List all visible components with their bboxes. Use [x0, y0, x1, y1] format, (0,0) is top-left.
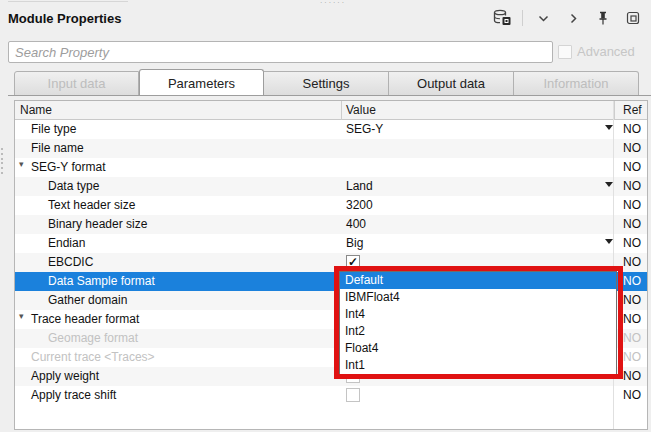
data-sample-format-dropdown: DefaultIBMFloat4Int4Int2Float4Int1 — [339, 271, 617, 375]
chevron-down-icon[interactable] — [533, 9, 553, 27]
ref-value: NO — [623, 293, 641, 307]
property-row-file-type[interactable]: File typeSEG-YNO — [15, 120, 647, 139]
advanced-checkbox — [558, 45, 572, 59]
float-window-icon[interactable] — [623, 9, 643, 27]
ref-value: NO — [623, 331, 641, 345]
property-row-ebcdic[interactable]: EBCDIC✓NO — [15, 253, 647, 272]
property-name: Text header size — [48, 198, 135, 212]
ref-value: NO — [623, 160, 641, 174]
property-row-binary-header-size[interactable]: Binary header size400NO — [15, 215, 647, 234]
property-row-endian[interactable]: EndianBigNO — [15, 234, 647, 253]
database-lock-icon[interactable] — [492, 9, 512, 27]
ref-value: NO — [623, 122, 641, 136]
ref-value: NO — [623, 255, 641, 269]
property-name: Binary header size — [48, 217, 147, 231]
dropdown-item-ibmfloat4[interactable]: IBMFloat4 — [340, 289, 616, 306]
property-name: Data type — [48, 179, 99, 193]
ref-value: NO — [623, 198, 641, 212]
ref-column-separator — [613, 101, 614, 429]
dropdown-item-default[interactable]: Default — [340, 272, 616, 289]
tab-settings[interactable]: Settings — [264, 71, 389, 96]
advanced-checkbox-group: Advanced — [558, 44, 635, 59]
advanced-label: Advanced — [577, 44, 635, 59]
ref-value: NO — [623, 217, 641, 231]
ref-value: NO — [623, 179, 641, 193]
dropdown-arrow-icon[interactable] — [605, 125, 613, 130]
property-row-file-name[interactable]: File nameNO — [15, 139, 647, 158]
property-row-data-type[interactable]: Data typeLandNO — [15, 177, 647, 196]
ref-value: NO — [623, 350, 641, 364]
property-name: SEG-Y format — [31, 160, 105, 174]
tab-parameters[interactable]: Parameters — [139, 69, 264, 96]
ref-value: NO — [623, 369, 641, 383]
property-name: Gather domain — [48, 293, 127, 307]
previous-tab-edge — [8, 0, 128, 2]
column-header-name[interactable]: Name — [20, 103, 52, 117]
tab-input-data: Input data — [14, 71, 139, 96]
property-name: Apply trace shift — [31, 388, 116, 402]
property-name: Trace header format — [31, 312, 139, 326]
property-name: File name — [31, 141, 84, 155]
dropdown-item-float4[interactable]: Float4 — [340, 340, 616, 357]
property-name: Data Sample format — [48, 274, 155, 288]
chevron-right-icon[interactable] — [563, 9, 583, 27]
dropdown-item-int2[interactable]: Int2 — [340, 323, 616, 340]
property-value[interactable]: Land — [346, 179, 373, 193]
pin-icon[interactable] — [593, 9, 613, 27]
property-name: Geomage format — [48, 331, 138, 345]
header-separator — [341, 101, 342, 120]
expander-icon[interactable]: ▾ — [19, 159, 24, 169]
header-separator — [614, 101, 615, 120]
property-row-seg-y-format[interactable]: ▾SEG-Y formatNO — [15, 158, 647, 177]
splitter-handle-left[interactable] — [1, 148, 4, 174]
property-name: Endian — [48, 236, 85, 250]
dropdown-item-int1[interactable]: Int1 — [340, 357, 616, 374]
property-value[interactable]: 400 — [346, 217, 366, 231]
table-header: Name Value Ref — [15, 101, 647, 120]
ref-value: NO — [623, 141, 641, 155]
properties-table: Name Value Ref File typeSEG-YNOFile name… — [14, 100, 648, 430]
ref-value: NO — [623, 236, 641, 250]
dropdown-arrow-icon[interactable] — [605, 239, 613, 244]
toolbar-separator — [522, 10, 523, 26]
tab-output-data[interactable]: Output data — [389, 71, 514, 96]
column-header-value[interactable]: Value — [346, 103, 376, 117]
panel-titlebar: Module Properties — [8, 7, 643, 29]
property-value[interactable]: Big — [346, 236, 363, 250]
checkbox-unchecked[interactable] — [346, 388, 360, 402]
property-name: Current trace <Traces> — [31, 350, 155, 364]
property-name: EBCDIC — [48, 255, 93, 269]
expander-icon[interactable]: ▾ — [19, 311, 24, 321]
tab-information: Information — [514, 71, 639, 96]
property-value[interactable]: SEG-Y — [346, 122, 383, 136]
titlebar-icon-group — [492, 9, 643, 27]
splitter-handle-top[interactable]: ······ — [320, 0, 346, 5]
property-name: Apply weight — [31, 369, 99, 383]
dropdown-item-int4[interactable]: Int4 — [340, 306, 616, 323]
dropdown-arrow-icon[interactable] — [605, 182, 613, 187]
panel-title: Module Properties — [8, 11, 121, 26]
property-row-apply-trace-shift[interactable]: Apply trace shiftNO — [15, 386, 647, 405]
ref-value: NO — [623, 312, 641, 326]
checkbox-checked[interactable]: ✓ — [346, 255, 360, 269]
search-input[interactable] — [8, 41, 553, 63]
ref-value: NO — [623, 274, 641, 288]
property-name: File type — [31, 122, 76, 136]
tab-pane-border — [8, 95, 651, 96]
property-value[interactable]: 3200 — [346, 198, 373, 212]
property-row-text-header-size[interactable]: Text header size3200NO — [15, 196, 647, 215]
tab-bar: Input dataParametersSettingsOutput dataI… — [14, 69, 639, 96]
ref-value: NO — [623, 388, 641, 402]
column-header-ref[interactable]: Ref — [623, 103, 642, 117]
